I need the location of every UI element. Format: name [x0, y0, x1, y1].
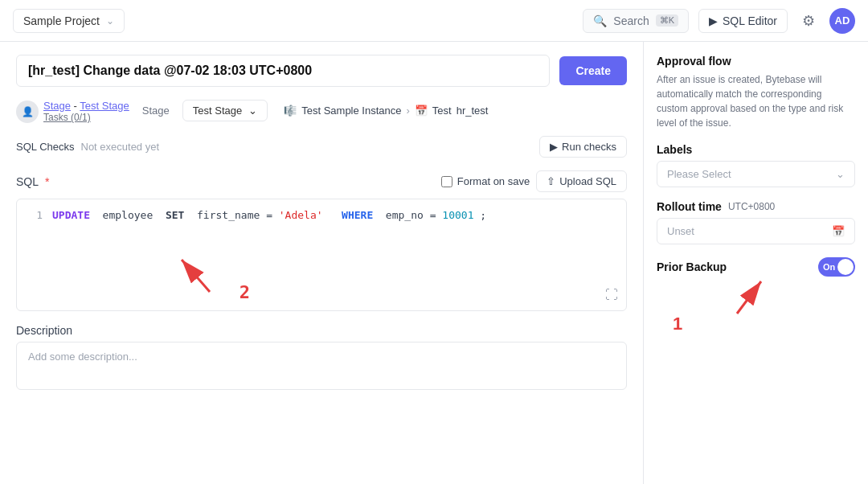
- sql-editor-icon: ▶: [709, 14, 718, 27]
- chevron-down-icon: ⌄: [106, 15, 114, 27]
- toggle-thumb: [837, 259, 854, 275]
- expand-icon[interactable]: ⛶: [605, 287, 618, 302]
- path-separator: ›: [407, 105, 410, 117]
- prior-backup-section: Prior Backup On: [657, 257, 855, 277]
- run-checks-label: Run checks: [562, 141, 616, 153]
- db-name: hr_test: [457, 105, 489, 117]
- stage-selector-row: Stage Test Stage ⌄ 🎼 Test Sample Instanc…: [142, 100, 489, 121]
- sql-editor[interactable]: 1 UPDATE employee SET first_name = 'Adel…: [16, 199, 627, 311]
- arrow-2-annotation: 2: [178, 236, 242, 302]
- rollout-placeholder: Unset: [667, 225, 694, 237]
- test-stage-link[interactable]: Test Stage: [80, 100, 129, 112]
- sql-field: first_name =: [190, 209, 279, 221]
- description-input[interactable]: Add some description...: [16, 342, 627, 390]
- kw-where: WHERE: [342, 209, 373, 221]
- sql-string-value: 'Adela': [279, 209, 323, 221]
- description-label: Description: [16, 324, 627, 337]
- arrow-1-label: 1: [673, 314, 682, 334]
- rollout-title: Rollout time: [657, 200, 722, 213]
- run-checks-button[interactable]: ▶ Run checks: [539, 136, 627, 158]
- db-instance: Test Sample Instance: [301, 105, 401, 117]
- sql-semicolon: ;: [480, 209, 486, 221]
- sql-section: SQL * Format on save ⇧ Upload SQL 1: [16, 170, 627, 311]
- search-shortcut: ⌘K: [656, 14, 678, 27]
- db-path: 🎼 Test Sample Instance › 📅 Test hr_test: [284, 105, 488, 117]
- kw-set: SET: [166, 209, 184, 221]
- issue-title-input[interactable]: [16, 55, 550, 87]
- search-box[interactable]: 🔍 Search ⌘K: [583, 9, 689, 33]
- project-selector[interactable]: Sample Project ⌄: [13, 9, 125, 33]
- labels-title: Labels: [657, 143, 855, 156]
- stage-name: Test Stage: [193, 105, 242, 117]
- create-button[interactable]: Create: [559, 56, 627, 85]
- sql-required: *: [45, 175, 49, 188]
- labels-dropdown[interactable]: Please Select ⌄: [657, 161, 855, 187]
- avatar: AD: [829, 8, 855, 34]
- upload-sql-label: Upload SQL: [559, 175, 616, 187]
- sql-checks-row: SQL Checks Not executed yet ▶ Run checks: [16, 136, 627, 158]
- stage-avatar: 👤: [16, 100, 39, 123]
- stage-dropdown[interactable]: Test Stage ⌄: [182, 100, 268, 121]
- toggle-track[interactable]: On: [818, 257, 855, 277]
- labels-placeholder: Please Select: [667, 168, 731, 180]
- sql-num-value: 10001: [442, 209, 473, 221]
- prior-backup-toggle[interactable]: On: [818, 257, 855, 277]
- sql-space: [329, 209, 335, 221]
- db-type: Test: [432, 105, 452, 117]
- stage-label: Stage: [142, 105, 170, 117]
- stage-link[interactable]: Stage: [43, 100, 71, 112]
- search-label: Search: [613, 14, 649, 27]
- chevron-down-icon: ⌄: [248, 105, 257, 117]
- rollout-input[interactable]: Unset 📅: [657, 218, 855, 244]
- db-icon: 🎼: [284, 105, 297, 117]
- approval-flow-section: Approval flow After an issue is created,…: [657, 55, 855, 130]
- upload-sql-button[interactable]: ⇧ Upload SQL: [536, 170, 627, 192]
- stage-links: Stage - Test Stage Tasks (0/1): [43, 100, 129, 123]
- format-on-save-checkbox[interactable]: [441, 176, 452, 187]
- issue-title-bar: Create: [16, 55, 627, 87]
- sql-code: UPDATE employee SET first_name = 'Adela'…: [52, 209, 486, 221]
- description-section: Description Add some description...: [16, 324, 627, 390]
- approval-flow-description: After an issue is created, Bytebase will…: [657, 72, 855, 130]
- stage-info: 👤 Stage - Test Stage Tasks (0/1): [16, 100, 129, 123]
- format-on-save[interactable]: Format on save: [441, 175, 530, 187]
- stage-row: 👤 Stage - Test Stage Tasks (0/1) Stage T…: [16, 100, 627, 123]
- sql-checks-status: Not executed yet: [81, 141, 160, 153]
- db-type-icon: 📅: [415, 105, 428, 117]
- sql-editor-button[interactable]: ▶ SQL Editor: [698, 9, 788, 33]
- arrow-1-container: 1: [657, 289, 855, 338]
- left-panel: Create 👤 Stage - Test Stage Tasks (0/1) …: [0, 42, 643, 484]
- sql-header: SQL * Format on save ⇧ Upload SQL: [16, 170, 627, 192]
- rollout-header: Rollout time UTC+0800: [657, 200, 855, 213]
- sql-condition: emp_no =: [379, 209, 442, 221]
- chevron-down-icon: ⌄: [836, 168, 845, 180]
- line-number: 1: [27, 209, 43, 221]
- calendar-icon: 📅: [832, 225, 845, 237]
- approval-flow-title: Approval flow: [657, 55, 855, 68]
- upload-icon: ⇧: [547, 175, 555, 187]
- format-on-save-label: Format on save: [457, 175, 530, 187]
- sql-checks-label: SQL Checks: [16, 141, 75, 153]
- sql-line: 1 UPDATE employee SET first_name = 'Adel…: [27, 209, 616, 221]
- project-name: Sample Project: [23, 14, 100, 27]
- settings-button[interactable]: ⚙: [797, 7, 820, 35]
- toggle-label: On: [823, 262, 835, 272]
- prior-backup-label: Prior Backup: [657, 260, 727, 273]
- kw-update: UPDATE: [52, 209, 90, 221]
- run-checks-icon: ▶: [550, 141, 558, 153]
- main-wrapper: Create 👤 Stage - Test Stage Tasks (0/1) …: [0, 42, 868, 484]
- timezone-badge: UTC+0800: [728, 201, 775, 212]
- rollout-section: Rollout time UTC+0800 Unset 📅: [657, 200, 855, 244]
- top-nav: Sample Project ⌄ 🔍 Search ⌘K ▶ SQL Edito…: [0, 0, 868, 42]
- right-panel: Approval flow After an issue is created,…: [643, 42, 868, 484]
- sql-label: SQL: [16, 175, 39, 188]
- arrow-2-label: 2: [240, 282, 250, 302]
- tasks-link[interactable]: Tasks (0/1): [43, 112, 129, 123]
- sql-table: employee: [96, 209, 159, 221]
- labels-section: Labels Please Select ⌄: [657, 143, 855, 187]
- sql-editor-label: SQL Editor: [723, 14, 777, 27]
- dash: -: [74, 100, 77, 112]
- search-icon: 🔍: [593, 14, 607, 27]
